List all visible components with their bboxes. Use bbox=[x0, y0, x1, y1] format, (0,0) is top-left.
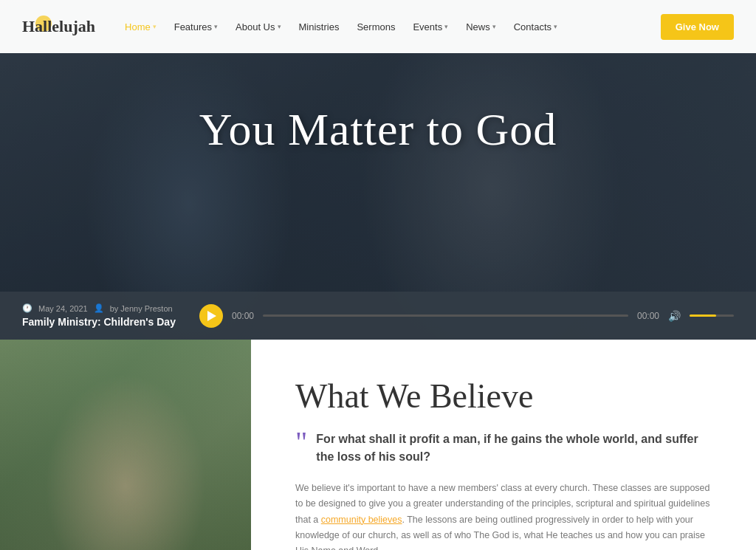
belief-quote: For what shall it profit a man, if he ga… bbox=[316, 430, 719, 466]
belief-body: We believe it's important to have a new … bbox=[295, 481, 719, 550]
give-now-button[interactable]: Give Now bbox=[661, 14, 734, 40]
belief-image-photo bbox=[0, 340, 251, 550]
belief-content: What We Believe " For what shall it prof… bbox=[251, 340, 756, 550]
navbar: Hallelujah Home▾Features▾About Us▾Minist… bbox=[0, 0, 756, 53]
logo-text: Hallelujah bbox=[22, 17, 95, 35]
audio-date: 🕐 May 24, 2021 👤 by Jenny Preston bbox=[22, 303, 185, 313]
belief-quote-block: " For what shall it profit a man, if he … bbox=[295, 430, 719, 466]
time-total: 00:00 bbox=[637, 311, 659, 321]
clock-icon: 🕐 bbox=[22, 303, 32, 313]
nav-item-ministries[interactable]: Ministries bbox=[292, 17, 347, 37]
nav-item-home[interactable]: Home▾ bbox=[117, 17, 164, 37]
chevron-down-icon: ▾ bbox=[278, 23, 281, 30]
chevron-down-icon: ▾ bbox=[554, 23, 557, 30]
bottom-section: What We Believe " For what shall it prof… bbox=[0, 340, 756, 550]
nav-item-events[interactable]: Events▾ bbox=[405, 17, 456, 37]
nav-item-news[interactable]: News▾ bbox=[458, 17, 504, 37]
chevron-down-icon: ▾ bbox=[153, 23, 157, 30]
chevron-down-icon: ▾ bbox=[444, 23, 448, 30]
time-current: 00:00 bbox=[232, 311, 254, 321]
user-icon: 👤 bbox=[94, 303, 104, 313]
audio-controls: 00:00 00:00 🔊 bbox=[199, 304, 734, 328]
belief-image bbox=[0, 340, 251, 550]
volume-bar[interactable] bbox=[690, 314, 734, 317]
belief-section-title: What We Believe bbox=[295, 377, 719, 416]
progress-track[interactable] bbox=[263, 314, 628, 317]
audio-meta: 🕐 May 24, 2021 👤 by Jenny Preston Family… bbox=[22, 303, 185, 328]
nav-item-contacts[interactable]: Contacts▾ bbox=[506, 17, 565, 37]
quote-mark-icon: " bbox=[295, 427, 307, 457]
play-button[interactable] bbox=[199, 304, 223, 328]
nav-item-about-us[interactable]: About Us▾ bbox=[228, 17, 288, 37]
nav-links: Home▾Features▾About Us▾MinistriesSermons… bbox=[117, 17, 661, 37]
community-link[interactable]: community believes bbox=[321, 515, 402, 525]
chevron-down-icon: ▾ bbox=[492, 23, 496, 30]
nav-item-sermons[interactable]: Sermons bbox=[349, 17, 402, 37]
hero-title: You Matter to God bbox=[199, 103, 557, 155]
nav-item-features[interactable]: Features▾ bbox=[167, 17, 225, 37]
site-logo[interactable]: Hallelujah bbox=[22, 17, 95, 36]
chevron-down-icon: ▾ bbox=[214, 23, 218, 30]
audio-player-bar: 🕐 May 24, 2021 👤 by Jenny Preston Family… bbox=[0, 292, 756, 340]
volume-fill bbox=[690, 314, 716, 317]
audio-author: by Jenny Preston bbox=[110, 304, 173, 313]
audio-title: Family Ministry: Children's Day bbox=[22, 316, 185, 328]
audio-date-text: May 24, 2021 bbox=[38, 304, 88, 313]
volume-icon: 🔊 bbox=[668, 310, 681, 322]
